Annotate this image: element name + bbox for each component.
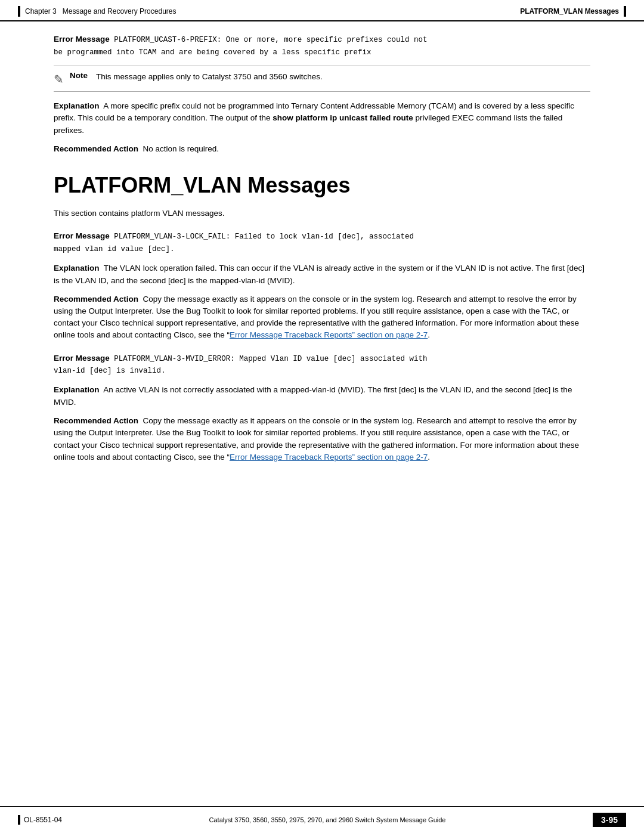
header-bar-left-icon — [18, 6, 20, 17]
chapter-label: Chapter 3 Message and Recovery Procedure… — [25, 7, 176, 16]
footer-doc-number: OL-8551-04 — [24, 816, 62, 824]
rec-action-label-2: Recommended Action — [54, 295, 138, 304]
recommended-action-1: Recommended Action No action is required… — [54, 143, 590, 155]
section-intro: This section contains platform VLAN mess… — [54, 208, 590, 219]
main-content: Error Message PLATFORM_UCAST-6-PREFIX: O… — [0, 21, 644, 510]
footer-center-text: Catalyst 3750, 3560, 3550, 2975, 2970, a… — [209, 816, 446, 823]
footer-left: OL-8551-04 — [18, 815, 62, 825]
page-header: Chapter 3 Message and Recovery Procedure… — [0, 0, 644, 21]
header-right: PLATFORM_VLAN Messages — [520, 6, 626, 17]
explanation-label-2: Explanation — [54, 264, 100, 272]
explanation-3-text: An active VLAN is not correctly associat… — [54, 385, 572, 407]
explanation-label-3: Explanation — [54, 385, 100, 394]
rec-action-text-1: No action is required. — [143, 144, 219, 153]
explanation-label-1: Explanation — [54, 101, 100, 110]
rec-action-3-paragraph: Recommended Action Copy the message exac… — [54, 415, 590, 463]
error-message-2-text: Error Message PLATFORM_VLAN-3-LOCK_FAIL:… — [54, 230, 590, 255]
error-message-block-3: Error Message PLATFORM_VLAN-3-MVID_ERROR… — [54, 352, 590, 377]
section-heading: PLATFORM_VLAN Messages — [54, 174, 590, 197]
footer-page-number: 3-95 — [593, 813, 626, 827]
error-label-1: Error Message — [54, 35, 110, 44]
error-message-1-text: Error Message PLATFORM_UCAST-6-PREFIX: O… — [54, 33, 590, 58]
error-code-3: PLATFORM_VLAN-3-MVID_ERROR: Mapped Vlan … — [54, 355, 427, 376]
error-label-2: Error Message — [54, 231, 110, 240]
note-box: ✎ Note This message applies only to Cata… — [54, 66, 590, 92]
rec-action-label-1: Recommended Action — [54, 144, 138, 153]
error-message-block-2: Error Message PLATFORM_VLAN-3-LOCK_FAIL:… — [54, 230, 590, 255]
explanation-block-2: Explanation The VLAN lock operation fail… — [54, 262, 590, 287]
note-label: Note — [70, 71, 88, 80]
show-command-bold: show platform ip unicast failed route — [273, 113, 413, 122]
explanation-1-paragraph: Explanation A more specific prefix could… — [54, 100, 590, 138]
header-left: Chapter 3 Message and Recovery Procedure… — [18, 6, 176, 17]
header-section-title: PLATFORM_VLAN Messages — [520, 7, 619, 16]
explanation-3-paragraph: Explanation An active VLAN is not correc… — [54, 384, 590, 409]
recommended-action-2: Recommended Action Copy the message exac… — [54, 293, 590, 342]
note-text: This message applies only to Catalyst 37… — [96, 71, 323, 83]
rec-action-2-link[interactable]: Error Message Traceback Reports” section… — [230, 330, 428, 339]
error-code-1: PLATFORM_UCAST-6-PREFIX: One or more, mo… — [54, 36, 427, 57]
header-bar-right-icon — [624, 6, 626, 17]
explanation-2-paragraph: Explanation The VLAN lock operation fail… — [54, 262, 590, 287]
recommended-action-3: Recommended Action Copy the message exac… — [54, 415, 590, 463]
rec-action-3-link[interactable]: Error Message Traceback Reports” section… — [230, 453, 428, 462]
explanation-block-1: Explanation A more specific prefix could… — [54, 100, 590, 138]
error-message-3-text: Error Message PLATFORM_VLAN-3-MVID_ERROR… — [54, 352, 590, 377]
note-pencil-icon: ✎ — [54, 72, 64, 86]
rec-action-3-text-after: . — [428, 453, 430, 462]
explanation-block-3: Explanation An active VLAN is not correc… — [54, 384, 590, 409]
explanation-2-text: The VLAN lock operation failed. This can… — [54, 264, 584, 285]
error-label-3: Error Message — [54, 354, 110, 363]
page-footer: OL-8551-04 Catalyst 3750, 3560, 3550, 29… — [0, 806, 644, 833]
footer-bar-icon — [18, 815, 20, 825]
error-message-block-1: Error Message PLATFORM_UCAST-6-PREFIX: O… — [54, 33, 590, 58]
rec-action-2-paragraph: Recommended Action Copy the message exac… — [54, 293, 590, 342]
rec-action-label-3: Recommended Action — [54, 416, 138, 425]
rec-action-2-text-after: . — [428, 330, 430, 339]
